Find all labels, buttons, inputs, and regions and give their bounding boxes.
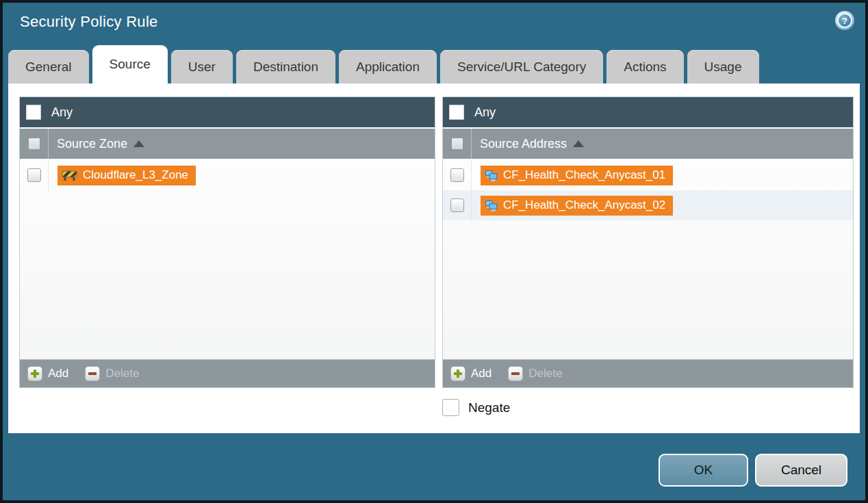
source-address-any-row: Any	[443, 97, 853, 129]
zone-entry-chip[interactable]: Cloudflare_L3_Zone	[58, 166, 196, 185]
table-row: CF_Health_Check_Anycast_02	[443, 190, 853, 220]
plus-icon	[450, 366, 465, 381]
tab-service-url-category[interactable]: Service/URL Category	[440, 50, 603, 83]
source-zone-column-label: Source Zone	[57, 137, 127, 151]
source-address-any-label: Any	[474, 105, 496, 120]
source-address-list: CF_Health_Check_Anycast_01 CF_Health_Che…	[443, 160, 853, 359]
source-zone-list: Cloudflare_L3_Zone	[20, 160, 435, 359]
question-mark-glyph: ?	[837, 13, 852, 28]
dialog-title: Security Policy Rule	[20, 13, 158, 31]
source-zone-any-row: Any	[20, 97, 435, 129]
source-zone-any-checkbox[interactable]	[26, 105, 41, 120]
source-address-column-header: Source Address	[443, 129, 853, 160]
tab-user[interactable]: User	[171, 50, 233, 83]
source-tab-content: Any Source Zone	[8, 83, 860, 433]
source-address-panel: Any Source Address CF_He	[442, 96, 854, 388]
cancel-button[interactable]: Cancel	[755, 454, 847, 487]
address-entry-label: CF_Health_Check_Anycast_01	[503, 168, 665, 182]
source-address-column-label: Source Address	[480, 137, 567, 151]
source-address-row-checkbox[interactable]	[450, 198, 464, 212]
minus-icon	[508, 366, 523, 381]
table-row: CF_Health_Check_Anycast_01	[443, 160, 853, 190]
negate-checkbox[interactable]	[442, 399, 459, 416]
tab-usage[interactable]: Usage	[687, 50, 759, 83]
source-zone-column-title[interactable]: Source Zone	[57, 137, 144, 151]
zone-icon	[62, 170, 77, 181]
source-zone-row-checkbox[interactable]	[27, 168, 41, 182]
address-entry-chip[interactable]: CF_Health_Check_Anycast_01	[481, 166, 673, 185]
source-address-select-all-checkbox[interactable]	[451, 138, 463, 150]
tab-actions[interactable]: Actions	[607, 50, 683, 83]
source-zone-footer: Add Delete	[20, 359, 435, 387]
negate-option: Negate	[442, 399, 510, 416]
minus-icon	[85, 366, 100, 381]
tab-bar: General Source User Destination Applicat…	[8, 45, 860, 83]
source-address-footer: Add Delete	[443, 359, 853, 387]
source-zone-panel: Any Source Zone	[19, 96, 435, 388]
negate-label: Negate	[468, 400, 510, 415]
tab-general[interactable]: General	[8, 50, 89, 83]
add-zone-button[interactable]: Add	[27, 366, 68, 381]
address-icon	[485, 170, 498, 181]
delete-zone-button[interactable]: Delete	[85, 366, 139, 381]
add-label: Add	[48, 367, 68, 381]
add-label: Add	[471, 367, 492, 381]
source-address-column-title[interactable]: Source Address	[480, 137, 584, 151]
sort-ascending-icon	[133, 140, 144, 147]
table-row: Cloudflare_L3_Zone	[20, 160, 435, 190]
address-entry-label: CF_Health_Check_Anycast_02	[503, 198, 665, 212]
delete-label: Delete	[528, 367, 562, 381]
add-address-button[interactable]: Add	[450, 366, 492, 381]
plus-icon	[27, 366, 42, 381]
tab-source[interactable]: Source	[92, 45, 168, 83]
source-address-row-checkbox[interactable]	[450, 168, 464, 182]
address-icon	[485, 200, 498, 211]
help-icon[interactable]: ?	[835, 11, 854, 30]
ok-button[interactable]: OK	[659, 454, 748, 487]
delete-label: Delete	[105, 367, 139, 381]
address-entry-chip[interactable]: CF_Health_Check_Anycast_02	[481, 196, 673, 216]
delete-address-button[interactable]: Delete	[508, 366, 562, 381]
sort-ascending-icon	[573, 140, 584, 147]
tab-destination[interactable]: Destination	[236, 50, 335, 83]
security-policy-rule-dialog: Security Policy Rule ? General Source Us…	[0, 0, 868, 503]
zone-entry-label: Cloudflare_L3_Zone	[83, 168, 188, 182]
source-address-any-checkbox[interactable]	[449, 105, 464, 120]
source-zone-column-header: Source Zone	[20, 129, 435, 160]
tab-application[interactable]: Application	[339, 50, 437, 83]
source-zone-any-label: Any	[51, 105, 73, 120]
source-zone-select-all-checkbox[interactable]	[28, 138, 40, 150]
